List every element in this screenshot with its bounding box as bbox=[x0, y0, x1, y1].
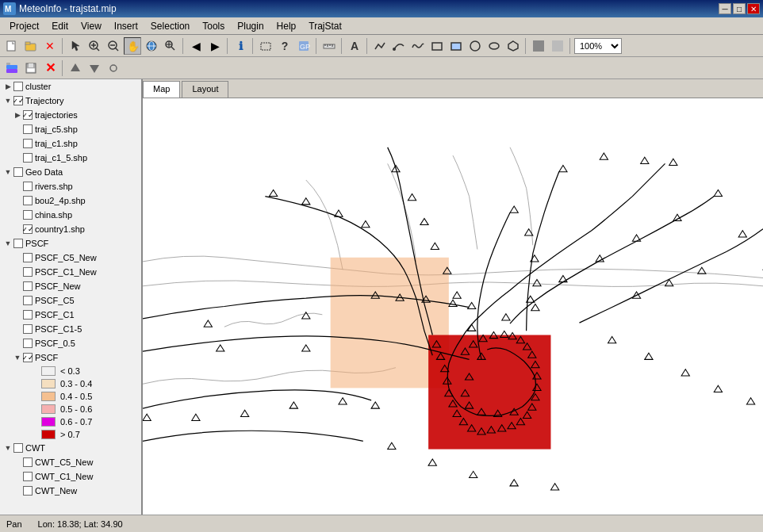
draw-ellipse-button[interactable] bbox=[485, 37, 503, 55]
zoom-in-button[interactable] bbox=[86, 37, 103, 55]
layer-pscf_new[interactable]: PSCF_New bbox=[0, 279, 141, 293]
layer-bou2_4p[interactable]: bou2_4p.shp bbox=[0, 193, 141, 208]
minimize-button[interactable]: ─ bbox=[719, 3, 731, 14]
menu-item-tools[interactable]: Tools bbox=[196, 19, 231, 33]
layer-country1[interactable]: ✓country1.shp bbox=[0, 222, 141, 236]
layer-cwt_c5_new[interactable]: CWT_C5_New bbox=[0, 455, 141, 469]
checkbox-traj_c5[interactable] bbox=[23, 124, 33, 134]
rotate-button[interactable] bbox=[105, 59, 122, 77]
svg-text:GP: GP bbox=[300, 43, 310, 51]
tab-map[interactable]: Map bbox=[143, 81, 180, 98]
shade-btn1[interactable] bbox=[530, 37, 547, 55]
checkbox-pscf_c5_new[interactable] bbox=[23, 253, 33, 262]
move-down-button[interactable] bbox=[86, 59, 103, 77]
layer-trajectories[interactable]: ▶✓trajectories bbox=[0, 108, 141, 122]
close-button[interactable]: ✕ bbox=[747, 3, 760, 14]
layer-cluster[interactable]: ▶cluster bbox=[0, 79, 141, 94]
globe-button[interactable] bbox=[143, 37, 160, 55]
draw-line-button[interactable] bbox=[371, 37, 389, 55]
layer-pscf_c5_new[interactable]: PSCF_C5_New bbox=[0, 251, 141, 265]
window-controls[interactable]: ─ □ ✕ bbox=[719, 3, 760, 14]
checkbox-traj_c1[interactable] bbox=[23, 139, 33, 148]
draw-curve-button[interactable] bbox=[390, 37, 408, 55]
info-button[interactable]: ℹ bbox=[232, 37, 249, 55]
shade-btn2[interactable] bbox=[549, 37, 566, 55]
layer-cwt_c1_new[interactable]: CWT_C1_New bbox=[0, 469, 141, 484]
checkbox-pscf_c1[interactable] bbox=[23, 310, 33, 320]
layer-rivers[interactable]: rivers.shp bbox=[0, 179, 141, 193]
draw-polygon-button[interactable] bbox=[504, 37, 522, 55]
zoom-out-button[interactable] bbox=[105, 37, 122, 55]
checkbox-cwt_c1_new[interactable] bbox=[23, 472, 33, 481]
remove-layer-button[interactable]: ✕ bbox=[41, 59, 59, 77]
new-button[interactable] bbox=[3, 37, 21, 55]
layer-china[interactable]: china.shp bbox=[0, 208, 141, 222]
checkbox-cwt_new[interactable] bbox=[23, 486, 33, 496]
checkbox-rivers[interactable] bbox=[23, 182, 33, 191]
pan-button[interactable]: ✋ bbox=[124, 37, 141, 55]
layer-pscf-group[interactable]: ▼PSCF bbox=[0, 236, 141, 251]
checkbox-pscf[interactable]: ✓ bbox=[23, 353, 33, 362]
menu-item-edit[interactable]: Edit bbox=[45, 19, 75, 33]
draw-circle-button[interactable] bbox=[466, 37, 484, 55]
zoom-select[interactable]: 100% 75% 50% 150% 200% bbox=[574, 38, 622, 54]
checkbox-pscf_c1_new[interactable] bbox=[23, 267, 33, 277]
layer-pscf_0_5[interactable]: PSCF_0.5 bbox=[0, 336, 141, 350]
maximize-button[interactable]: □ bbox=[733, 3, 746, 14]
checkbox-pscf_c5[interactable] bbox=[23, 296, 33, 305]
checkbox-traj_c1_5[interactable] bbox=[23, 153, 33, 163]
draw-fill-button[interactable] bbox=[447, 37, 465, 55]
checkbox-pscf_0_5[interactable] bbox=[23, 339, 33, 348]
checkbox-geodata[interactable] bbox=[13, 167, 23, 177]
layer-pscf_c1_5[interactable]: PSCF_C1-5 bbox=[0, 322, 141, 336]
menu-item-selection[interactable]: Selection bbox=[144, 19, 196, 33]
layer-pscf[interactable]: ▼✓PSCF bbox=[0, 350, 141, 365]
layer-cwt_new[interactable]: CWT_New bbox=[0, 484, 141, 498]
menu-item-view[interactable]: View bbox=[75, 19, 108, 33]
forward-button[interactable]: ▶ bbox=[206, 37, 224, 55]
open-button[interactable] bbox=[22, 37, 40, 55]
save-button[interactable] bbox=[22, 59, 40, 77]
map-canvas[interactable] bbox=[143, 98, 763, 515]
layer-trajectory[interactable]: ▼✓Trajectory bbox=[0, 94, 141, 108]
select-button[interactable] bbox=[67, 37, 84, 55]
back-button[interactable]: ◀ bbox=[187, 37, 205, 55]
zoom-small-button[interactable] bbox=[162, 37, 179, 55]
remove-button[interactable]: ✕ bbox=[41, 37, 59, 55]
measure-button[interactable] bbox=[320, 37, 338, 55]
tab-layout[interactable]: Layout bbox=[182, 81, 228, 98]
draw-wave-button[interactable] bbox=[409, 37, 427, 55]
move-up-button[interactable] bbox=[67, 59, 84, 77]
menu-item-trajstat[interactable]: TrajStat bbox=[302, 19, 348, 33]
menu-item-help[interactable]: Help bbox=[270, 19, 303, 33]
layer-traj_c1_5[interactable]: traj_c1_5.shp bbox=[0, 151, 141, 165]
checkbox-pscf_new[interactable] bbox=[23, 281, 33, 291]
menu-item-plugin[interactable]: Plugin bbox=[231, 19, 270, 33]
svg-rect-31 bbox=[432, 43, 442, 50]
layer-pscf_c5[interactable]: PSCF_C5 bbox=[0, 293, 141, 308]
checkbox-cwt[interactable] bbox=[13, 443, 23, 453]
layer-geodata[interactable]: ▼Geo Data bbox=[0, 165, 141, 179]
checkbox-pscf_c1_5[interactable] bbox=[23, 324, 33, 334]
checkbox-china[interactable] bbox=[23, 210, 33, 220]
layer-pscf_c1[interactable]: PSCF_C1 bbox=[0, 308, 141, 322]
checkbox-cluster[interactable] bbox=[13, 82, 23, 91]
menu-item-insert[interactable]: Insert bbox=[108, 19, 144, 33]
question-button[interactable]: ? bbox=[276, 37, 293, 55]
select-rect-button[interactable] bbox=[257, 37, 274, 55]
checkbox-cwt_c5_new[interactable] bbox=[23, 457, 33, 467]
layer-pscf_c1_new[interactable]: PSCF_C1_New bbox=[0, 265, 141, 279]
checkbox-pscf-group[interactable] bbox=[13, 239, 23, 248]
text-button[interactable]: A bbox=[346, 37, 363, 55]
checkbox-country1[interactable]: ✓ bbox=[23, 224, 33, 234]
draw-rect-button[interactable] bbox=[428, 37, 446, 55]
checkbox-trajectories[interactable]: ✓ bbox=[23, 110, 33, 120]
menu-item-project[interactable]: Project bbox=[3, 19, 45, 33]
layer-cwt[interactable]: ▼CWT bbox=[0, 441, 141, 455]
checkbox-trajectory[interactable]: ✓ bbox=[13, 96, 23, 105]
gps-button[interactable]: GP bbox=[295, 37, 312, 55]
add-layer-button[interactable] bbox=[3, 59, 21, 77]
layer-traj_c5[interactable]: traj_c5.shp bbox=[0, 122, 141, 136]
checkbox-bou2_4p[interactable] bbox=[23, 196, 33, 205]
layer-traj_c1[interactable]: traj_c1.shp bbox=[0, 136, 141, 151]
